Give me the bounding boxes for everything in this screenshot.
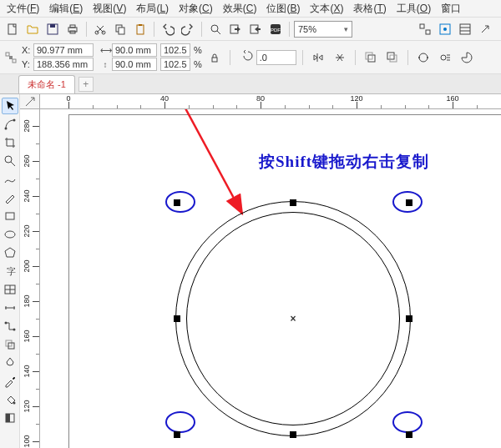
open-button[interactable] [23, 20, 42, 38]
sel-handle-br[interactable] [406, 431, 412, 438]
small-ellipse-br[interactable] [392, 411, 423, 433]
document-tab[interactable]: 未命名 -1 [18, 75, 75, 93]
wrap-text-button[interactable] [436, 48, 454, 67]
sel-handle-r[interactable] [406, 315, 412, 322]
svg-text:字: 字 [7, 266, 16, 276]
property-bar: X:90.977 mm Y:188.356 mm ⟷90.0 mm ↕90.0 … [0, 41, 501, 74]
horizontal-ruler[interactable]: 04080120160 [40, 94, 501, 109]
svg-point-32 [427, 57, 428, 58]
svg-point-12 [211, 25, 218, 32]
ruler-origin[interactable] [20, 94, 40, 109]
to-front-button[interactable] [362, 48, 380, 67]
connector-tool[interactable] [2, 318, 18, 335]
scale-x-field[interactable]: 102.5 [160, 43, 190, 57]
convert-curves-button[interactable] [414, 48, 433, 67]
pie-button[interactable] [458, 48, 476, 67]
menu-tools[interactable]: 工具(O) [392, 0, 436, 18]
sel-handle-l[interactable] [174, 315, 180, 322]
rotate-icon [241, 49, 255, 65]
snap-button-1[interactable] [416, 20, 434, 38]
dimension-tool[interactable] [2, 300, 18, 316]
menu-edit[interactable]: 编辑(E) [44, 0, 88, 18]
freehand-tool[interactable] [2, 171, 18, 188]
text-tool[interactable]: 字 [2, 263, 18, 279]
crop-tool[interactable] [2, 134, 18, 151]
svg-rect-2 [50, 24, 55, 28]
export-button[interactable] [246, 20, 265, 38]
svg-point-45 [13, 402, 15, 405]
artistic-media-tool[interactable] [2, 189, 18, 206]
lock-ratio-button[interactable] [205, 48, 224, 67]
svg-rect-4 [70, 25, 75, 28]
svg-rect-37 [6, 213, 14, 219]
rectangle-tool[interactable] [2, 208, 18, 224]
menu-file[interactable]: 文件(F) [2, 0, 44, 18]
width-field[interactable]: 90.0 mm [112, 43, 157, 57]
svg-rect-9 [119, 28, 124, 34]
height-field[interactable]: 90.0 mm [112, 58, 157, 71]
menu-text[interactable]: 文本(X) [305, 0, 348, 18]
search-button[interactable] [206, 20, 225, 38]
menu-bar: 文件(F) 编辑(E) 视图(V) 布局(L) 对象(C) 效果(C) 位图(B… [0, 0, 501, 18]
menu-bitmap[interactable]: 位图(B) [261, 0, 305, 18]
sel-handle-t[interactable] [290, 199, 296, 206]
y-label: Y: [22, 59, 33, 69]
scale-y-field[interactable]: 102.5 [160, 58, 190, 71]
sel-handle-bl[interactable] [174, 431, 180, 438]
paste-button[interactable] [131, 20, 149, 38]
zoom-level[interactable]: 75% [294, 21, 352, 38]
menu-table[interactable]: 表格(T) [348, 0, 391, 18]
svg-point-41 [4, 322, 7, 325]
copy-button[interactable] [111, 20, 129, 38]
y-position-field[interactable]: 188.356 mm [33, 58, 94, 71]
shape-tool[interactable] [2, 116, 18, 133]
options-button[interactable] [456, 20, 474, 38]
ellipse-tool[interactable] [2, 226, 18, 243]
add-tab-button[interactable]: + [78, 77, 94, 92]
publish-pdf-button[interactable]: PDF [266, 20, 285, 38]
small-ellipse-tl[interactable] [165, 191, 195, 213]
fill-tool[interactable] [2, 391, 18, 408]
sel-center[interactable]: × [289, 315, 297, 323]
rotation-field[interactable]: .0 [256, 50, 296, 65]
small-ellipse-bl[interactable] [165, 411, 195, 433]
canvas-wrapper: 04080120160 2802602402202001801601401201… [20, 94, 501, 448]
menu-window[interactable]: 窗口 [436, 0, 466, 18]
menu-view[interactable]: 视图(V) [88, 0, 131, 18]
snap-button-2[interactable] [436, 20, 454, 38]
print-button[interactable] [63, 20, 82, 38]
cut-button[interactable] [91, 20, 109, 38]
redo-button[interactable] [179, 20, 197, 38]
interactive-fill-tool[interactable] [2, 410, 18, 426]
vertical-ruler[interactable]: 280260240220200180160140120100 [20, 109, 40, 448]
import-button[interactable] [226, 20, 245, 38]
transparency-tool[interactable] [2, 355, 18, 371]
main-area: 字 04080120160 28026024022020018016014012… [0, 94, 501, 448]
menu-effect[interactable]: 效果(C) [218, 0, 262, 18]
rotation-group: .0 [241, 49, 296, 65]
scale-group: 102.5% 102.5% [160, 43, 202, 71]
canvas[interactable]: 按Shift键拖动右击复制 × [40, 109, 501, 448]
mirror-v-button[interactable] [331, 48, 349, 67]
sel-handle-tr[interactable] [406, 199, 412, 206]
table-tool[interactable] [2, 281, 18, 298]
zoom-tool[interactable] [2, 153, 18, 169]
svg-rect-17 [420, 24, 424, 28]
launch-button[interactable] [476, 20, 494, 38]
undo-button[interactable] [159, 20, 177, 38]
pick-tool[interactable] [2, 98, 18, 114]
new-button[interactable] [3, 20, 22, 38]
eyedropper-tool[interactable] [2, 373, 18, 390]
menu-layout[interactable]: 布局(L) [131, 0, 174, 18]
save-button[interactable] [43, 20, 62, 38]
to-back-button[interactable] [383, 48, 402, 67]
polygon-tool[interactable] [2, 244, 18, 261]
svg-rect-0 [8, 24, 16, 34]
sel-handle-tl[interactable] [174, 199, 180, 206]
mirror-h-button[interactable] [309, 48, 327, 67]
effects-tool[interactable] [2, 336, 18, 353]
menu-object[interactable]: 对象(C) [174, 0, 218, 18]
sel-handle-b[interactable] [290, 431, 296, 438]
width-icon: ⟷ [100, 46, 110, 55]
x-position-field[interactable]: 90.977 mm [33, 43, 94, 57]
